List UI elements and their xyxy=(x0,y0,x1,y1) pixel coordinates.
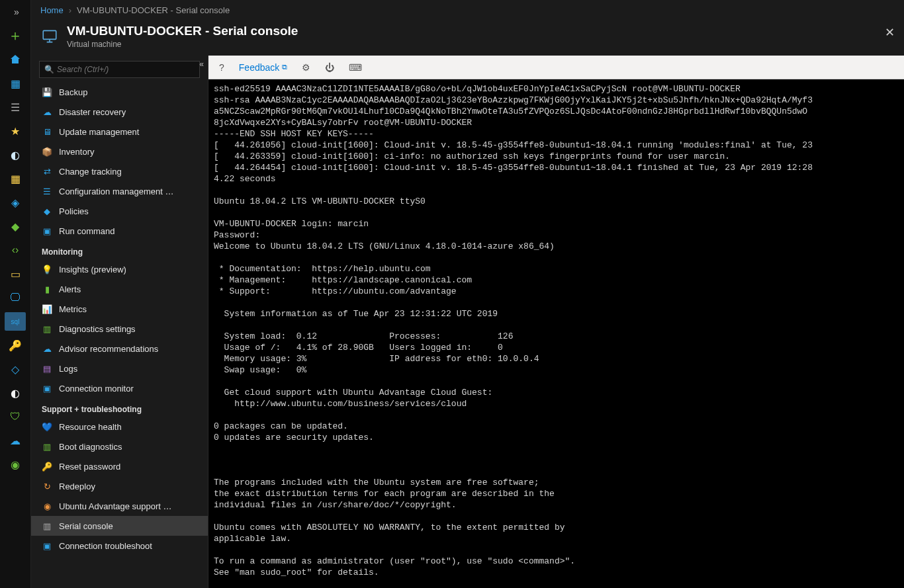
menu-item-icon: ◆ xyxy=(42,206,52,216)
section-support: Support + troubleshooting xyxy=(31,398,208,417)
menu-item-icon: ☁ xyxy=(42,106,52,117)
sidebar-item[interactable]: ◉Ubuntu Advantage support … xyxy=(31,496,208,516)
sidebar-search-input[interactable] xyxy=(39,61,200,78)
left-rail: » ＋ ▦ ☰ ★ ◐ ▦ ◈ ◆ ‹› ▭ 🖵 sql 🔑 ◇ ◐ 🛡 ☁ ◉ xyxy=(0,0,31,588)
sidebar-item[interactable]: 💡Insights (preview) xyxy=(31,259,208,279)
menu-item-label: Logs xyxy=(59,364,77,374)
sidebar-item[interactable]: 💾Backup xyxy=(31,82,208,102)
diamond-icon[interactable]: ◆ xyxy=(5,217,26,235)
page-title: VM-UBUNTU-DOCKER - Serial console xyxy=(67,24,298,38)
sidebar-item[interactable]: ☁Advisor recommendations xyxy=(31,339,208,358)
network-icon[interactable]: ◇ xyxy=(5,360,26,378)
menu-item-icon: ▮ xyxy=(42,284,52,294)
sidebar-item[interactable]: ⇄Change tracking xyxy=(31,161,208,181)
menu-item-label: Update management xyxy=(59,127,139,137)
page-subtitle: Virtual machine xyxy=(67,40,298,49)
menu-item-label: Ubuntu Advantage support … xyxy=(59,501,172,511)
circle-icon[interactable]: ◉ xyxy=(5,455,26,474)
sidebar-item[interactable]: ▣Connection monitor xyxy=(31,378,208,398)
close-blade-button[interactable]: ✕ xyxy=(885,25,895,40)
sidebar-item[interactable]: ▣Run command xyxy=(31,221,208,241)
sidebar-item[interactable]: ☰Configuration management … xyxy=(31,181,208,201)
home-icon[interactable] xyxy=(5,50,26,69)
external-link-icon: ⧉ xyxy=(282,63,287,71)
menu-item-icon: ▥ xyxy=(42,323,52,334)
expand-rail-icon[interactable]: » xyxy=(5,3,26,21)
console-toolbar: ? Feedback⧉ ⚙ ⏻ ⌨ xyxy=(208,56,904,79)
monitor-icon[interactable]: 🖵 xyxy=(5,288,26,307)
sidebar-item[interactable]: ▥Serial console xyxy=(31,516,208,536)
sidebar-item[interactable]: 📊Metrics xyxy=(31,299,208,319)
sidebar-item[interactable]: ▣Connection troubleshoot xyxy=(31,536,208,556)
menu-item-label: Boot diagnostics xyxy=(59,442,122,452)
cloud-alt-icon[interactable]: ☁ xyxy=(5,431,26,450)
sidebar-item[interactable]: ▥Boot diagnostics xyxy=(31,437,208,456)
section-monitoring: Monitoring xyxy=(31,241,208,259)
menu-item-icon: 📦 xyxy=(42,146,52,157)
shield-icon[interactable]: 🛡 xyxy=(5,407,26,426)
sidebar-item[interactable]: ↻Redeploy xyxy=(31,476,208,496)
list-icon[interactable]: ☰ xyxy=(5,98,26,116)
breadcrumb: Home › VM-UBUNTU-DOCKER - Serial console xyxy=(31,0,904,20)
sidebar-item[interactable]: 🖥Update management xyxy=(31,122,208,142)
menu-item-label: Reset password xyxy=(59,462,120,472)
grid-icon[interactable]: ▦ xyxy=(5,169,26,188)
vm-icon xyxy=(40,27,59,46)
menu-item-icon: ☁ xyxy=(42,343,52,354)
sidebar-item[interactable]: ☁Disaster recovery xyxy=(31,102,208,122)
menu-item-label: Disaster recovery xyxy=(59,107,126,117)
settings-button[interactable]: ⚙ xyxy=(296,60,316,75)
dashboard-icon[interactable]: ▦ xyxy=(5,74,26,93)
sidebar-item[interactable]: ▮Alerts xyxy=(31,279,208,299)
breadcrumb-home[interactable]: Home xyxy=(40,5,64,15)
clock-icon[interactable]: ◐ xyxy=(5,146,26,164)
menu-item-label: Resource health xyxy=(59,422,122,432)
sidebar-item[interactable]: 🔑Reset password xyxy=(31,456,208,476)
breadcrumb-separator: › xyxy=(69,5,71,15)
menu-item-label: Backup xyxy=(59,87,87,97)
menu-item-icon: ▣ xyxy=(42,383,52,394)
menu-item-icon: 💾 xyxy=(42,87,52,97)
menu-item-label: Configuration management … xyxy=(59,187,173,196)
breadcrumb-current: VM-UBUNTU-DOCKER - Serial console xyxy=(77,5,230,15)
meter-icon[interactable]: ◐ xyxy=(5,384,26,402)
power-button[interactable]: ⏻ xyxy=(320,60,339,75)
menu-item-icon: ⇄ xyxy=(42,166,52,177)
menu-item-icon: 🔑 xyxy=(42,461,52,472)
cube-icon[interactable]: ◈ xyxy=(5,193,26,212)
sidebar-item[interactable]: ▤Logs xyxy=(31,358,208,378)
menu-item-label: Run command xyxy=(59,226,115,236)
feedback-link[interactable]: Feedback⧉ xyxy=(234,60,293,75)
menu-item-label: Metrics xyxy=(59,304,87,314)
keyboard-button[interactable]: ⌨ xyxy=(343,60,367,75)
favorites-icon[interactable]: ★ xyxy=(5,122,26,140)
help-button[interactable]: ? xyxy=(214,60,230,75)
menu-item-label: Advisor recommendations xyxy=(59,344,158,354)
resource-sidebar: « 🔍 💾Backup☁Disaster recovery🖥Update man… xyxy=(31,56,208,588)
card-icon[interactable]: ▭ xyxy=(5,265,26,283)
sql-icon[interactable]: sql xyxy=(5,312,26,331)
menu-item-label: Diagnostics settings xyxy=(59,324,136,334)
menu-item-icon: ▥ xyxy=(42,521,52,531)
sidebar-menu: 💾Backup☁Disaster recovery🖥Update managem… xyxy=(31,82,208,588)
menu-item-icon: ☰ xyxy=(42,186,52,196)
menu-item-label: Inventory xyxy=(59,147,94,157)
menu-item-icon: ◉ xyxy=(42,501,52,511)
menu-item-icon: 📊 xyxy=(42,304,52,314)
svg-rect-0 xyxy=(43,30,56,39)
menu-item-icon: ▣ xyxy=(42,226,52,236)
search-icon: 🔍 xyxy=(44,65,54,74)
sidebar-item[interactable]: 💙Resource health xyxy=(31,417,208,437)
menu-item-icon: ▣ xyxy=(42,540,52,551)
create-resource-icon[interactable]: ＋ xyxy=(5,26,26,45)
sidebar-item[interactable]: ▥Diagnostics settings xyxy=(31,319,208,339)
menu-item-label: Policies xyxy=(59,206,89,216)
menu-item-icon: ▥ xyxy=(42,441,52,452)
menu-item-label: Insights (preview) xyxy=(59,265,126,274)
brackets-icon[interactable]: ‹› xyxy=(5,241,26,259)
sidebar-item[interactable]: 📦Inventory xyxy=(31,142,208,161)
key-icon[interactable]: 🔑 xyxy=(5,336,26,355)
serial-console-terminal[interactable]: ssh-ed25519 AAAAC3NzaC1lZDI1NTE5AAAAIB/g… xyxy=(208,79,904,588)
sidebar-item[interactable]: ◆Policies xyxy=(31,201,208,221)
menu-item-icon: ▤ xyxy=(42,363,52,374)
